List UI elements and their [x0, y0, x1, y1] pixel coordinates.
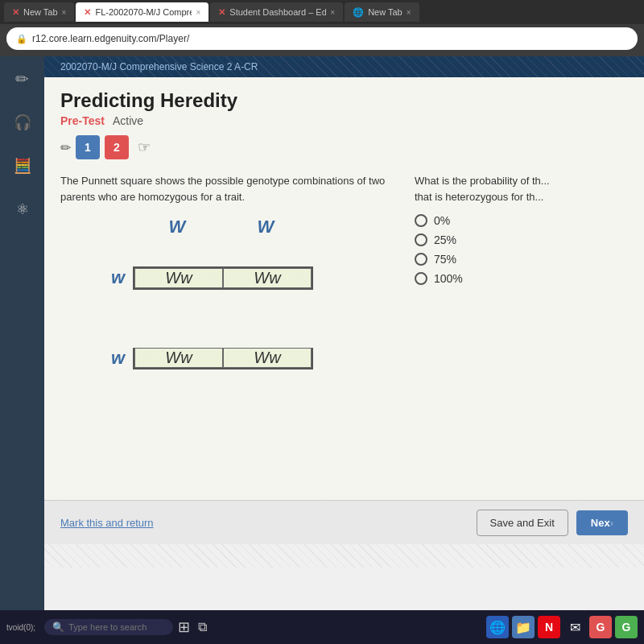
question-2-button[interactable]: 2 — [105, 135, 129, 159]
question-layout: The Punnett square shows the possible ge… — [60, 169, 628, 402]
address-bar[interactable]: 🔒 r12.core.learn.edgenuity.com/Player/ — [6, 27, 638, 50]
cursor-indicator: ☞ — [138, 138, 151, 156]
radio-25[interactable] — [415, 233, 427, 246]
question-nav: ✏ 1 2 ☞ — [60, 135, 628, 159]
footer-buttons: Save and Exit Nex› — [477, 510, 628, 536]
question-right-panel: What is the probability of th...that is … — [402, 169, 628, 402]
atom-sidebar-icon[interactable]: ⚛ — [8, 195, 37, 224]
tab-x-2[interactable]: × — [196, 8, 200, 17]
pre-test-label: Pre-Test — [60, 114, 105, 127]
answer-choice-100[interactable]: 100% — [415, 272, 628, 285]
taskbar-google-icon-1[interactable]: G — [589, 616, 612, 638]
taskbar-netflix-icon[interactable]: N — [538, 616, 560, 638]
punnett-cell-1-1: Ww — [134, 268, 223, 288]
tab-x-4[interactable]: × — [407, 8, 411, 17]
punnett-col-label-1: W — [133, 217, 221, 237]
punnett-row-label-1: w — [85, 237, 133, 318]
answer-choice-0[interactable]: 0% — [415, 214, 628, 227]
question-1-button[interactable]: 1 — [76, 135, 100, 159]
tab-new-4[interactable]: 🌐 New Tab × — [345, 2, 419, 22]
question-left-panel: The Punnett square shows the possible ge… — [60, 169, 402, 402]
taskbar-taskview-icon[interactable]: ⧉ — [198, 620, 207, 634]
punnett-row-label-2: w — [85, 318, 133, 398]
content-card: Predicting Heredity Pre-Test Active ✏ 1 … — [44, 77, 644, 544]
punnett-container: W W w Ww Ww — [85, 217, 390, 398]
next-button[interactable]: Nex› — [576, 510, 628, 535]
punnett-col-label-2: W — [221, 217, 310, 237]
tab-label-1: New Tab — [23, 7, 58, 17]
footer: Mark this and return Save and Exit Nex› — [44, 500, 644, 544]
course-title: 2002070-M/J Comprehensive Science 2 A-CR — [60, 61, 258, 72]
tab-fl-comprehensive[interactable]: ✕ FL-2002070-M/J Comprehensive × — [76, 2, 208, 22]
taskbar-app-icons: 🌐 📁 N ✉ G G — [486, 616, 638, 638]
lesson-meta: Pre-Test Active — [60, 114, 628, 127]
course-header: 2002070-M/J Comprehensive Science 2 A-CR — [44, 56, 644, 77]
punnett-row-1: w Ww Ww — [85, 237, 390, 318]
tab-label-2: FL-2002070-M/J Comprehensive — [95, 7, 192, 17]
taskbar-search-icon: 🔍 — [52, 621, 64, 633]
answer-choice-75[interactable]: 75% — [415, 253, 628, 266]
punnett-cell-1-2: Ww — [223, 268, 312, 288]
save-exit-button[interactable]: Save and Exit — [477, 510, 568, 536]
tab-x-3[interactable]: × — [330, 8, 335, 17]
taskbar-search[interactable]: 🔍 — [44, 619, 173, 635]
answer-choices: 0% 25% 75% — [415, 214, 628, 285]
punnett-row-2: w Ww Ww — [85, 318, 390, 398]
question-text-left: The Punnett square shows the possible ge… — [60, 173, 390, 204]
tab-close-icon-1: ✕ — [12, 7, 19, 18]
tab-bar: ✕ New Tab × ✕ FL-2002070-M/J Comprehensi… — [0, 0, 644, 24]
taskbar-file-icon[interactable]: 📁 — [512, 616, 535, 638]
punnett-top-labels: W W — [133, 217, 390, 237]
radio-0[interactable] — [415, 214, 427, 227]
answer-label-100: 100% — [434, 272, 463, 285]
lock-icon: 🔒 — [16, 34, 27, 44]
radio-100[interactable] — [415, 272, 427, 285]
taskbar-windows-icon[interactable]: ⊞ — [178, 618, 190, 636]
taskbar-void-label: tvoid(0); — [6, 623, 35, 632]
taskbar: tvoid(0); 🔍 ⊞ ⧉ 🌐 📁 N ✉ G G — [0, 610, 644, 644]
pencil-sidebar-icon[interactable]: ✏ — [8, 64, 37, 93]
tab-x-1[interactable]: × — [62, 8, 67, 17]
tab-label-3: Student Dashboard – Edgenuity.c — [229, 7, 326, 17]
address-text: r12.core.learn.edgenuity.com/Player/ — [32, 33, 189, 44]
tab-student-dashboard[interactable]: ✕ Student Dashboard – Edgenuity.c × — [210, 2, 343, 22]
taskbar-google-icon-2[interactable]: G — [615, 616, 638, 638]
radio-75[interactable] — [415, 253, 427, 266]
answer-label-25: 25% — [434, 233, 456, 246]
punnett-cell-2-2: Ww — [223, 348, 312, 368]
headphone-sidebar-icon[interactable]: 🎧 — [8, 108, 37, 137]
tab-label-4: New Tab — [368, 7, 402, 17]
page-content: 2002070-M/J Comprehensive Science 2 A-CR… — [44, 56, 644, 612]
taskbar-search-input[interactable] — [68, 622, 165, 632]
nav-pencil-icon: ✏ — [60, 140, 71, 155]
taskbar-edge-icon[interactable]: 🌐 — [486, 616, 509, 638]
lesson-title: Predicting Heredity — [60, 89, 628, 112]
answer-label-75: 75% — [434, 253, 456, 266]
browser-chrome: ✕ New Tab × ✕ FL-2002070-M/J Comprehensi… — [0, 0, 644, 56]
taskbar-mail-icon[interactable]: ✉ — [564, 616, 586, 638]
tab-globe-icon-4: 🌐 — [353, 7, 364, 18]
tab-close-icon-3: ✕ — [218, 7, 225, 18]
tab-new-1[interactable]: ✕ New Tab × — [4, 2, 74, 22]
answer-choice-25[interactable]: 25% — [415, 233, 628, 246]
main-content: ✏ 🎧 🧮 ⚛ 2002070-M/J Comprehensive Scienc… — [0, 56, 644, 612]
answer-label-0: 0% — [434, 214, 450, 227]
active-label: Active — [113, 114, 143, 127]
sidebar: ✏ 🎧 🧮 ⚛ — [0, 56, 44, 612]
calculator-sidebar-icon[interactable]: 🧮 — [8, 151, 37, 180]
answer-question-text: What is the probability of th...that is … — [415, 173, 628, 204]
punnett-cell-2-1: Ww — [134, 348, 223, 368]
tab-close-icon-2: ✕ — [84, 7, 91, 18]
mark-return-link[interactable]: Mark this and return — [60, 517, 154, 529]
